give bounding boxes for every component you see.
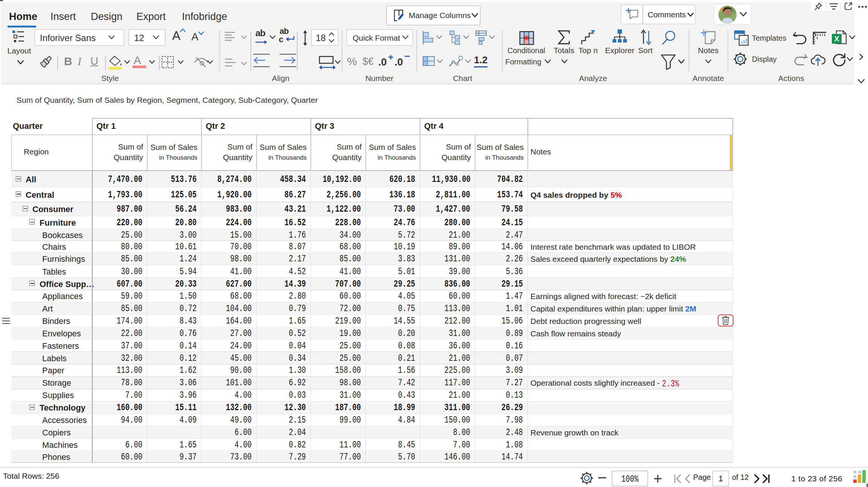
svg-text:X: X [834,35,839,43]
